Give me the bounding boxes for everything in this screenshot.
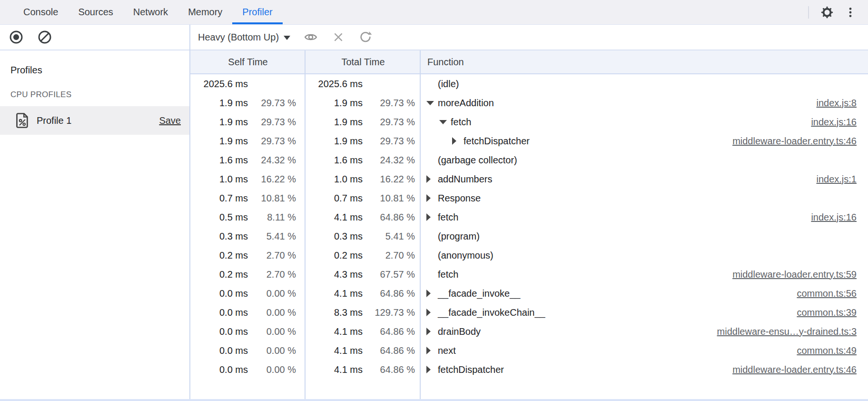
tab-network[interactable]: Network (123, 0, 178, 24)
self-time-percent: 0.00 % (248, 326, 301, 337)
table-row[interactable]: 0.0 ms 0.00 % 4.1 ms 64.86 % next common… (190, 341, 868, 360)
self-time-ms: 1.9 ms (190, 117, 248, 128)
tree-toggle[interactable] (452, 137, 464, 145)
total-time-ms: 1.9 ms (306, 136, 363, 147)
tree-toggle[interactable] (426, 328, 438, 335)
tree-toggle[interactable] (426, 347, 438, 354)
table-row[interactable]: 0.0 ms 0.00 % 4.1 ms 64.86 % drainBody m… (190, 322, 868, 341)
table-row[interactable]: 0.5 ms 8.11 % 4.1 ms 64.86 % fetch index… (190, 208, 868, 227)
self-time-cell: 0.2 ms 2.70 % (190, 250, 306, 261)
clear-profiles-button[interactable] (36, 29, 53, 46)
source-location-link[interactable]: index.js:1 (807, 174, 857, 185)
restore-all-functions-button[interactable] (358, 30, 373, 45)
total-time-percent: 29.73 % (363, 117, 416, 128)
tree-arrow-icon (426, 175, 431, 183)
tab-memory[interactable]: Memory (178, 0, 232, 24)
self-time-percent: 29.73 % (248, 98, 301, 109)
save-profile-link[interactable]: Save (159, 115, 181, 126)
source-location-link[interactable]: middleware-loader.entry.ts:46 (723, 364, 857, 375)
tree-toggle[interactable] (426, 366, 438, 373)
column-divider[interactable] (305, 50, 306, 399)
table-row[interactable]: 0.7 ms 10.81 % 0.7 ms 10.81 % Response (190, 189, 868, 208)
self-time-cell: 0.2 ms 2.70 % (190, 269, 306, 280)
tree-toggle[interactable] (426, 194, 438, 202)
table-row[interactable]: 0.3 ms 5.41 % 0.3 ms 5.41 % (program) (190, 227, 868, 246)
tree-toggle[interactable] (439, 120, 451, 124)
table-row[interactable]: 0.2 ms 2.70 % 0.2 ms 2.70 % (anonymous) (190, 246, 868, 265)
table-row[interactable]: 1.0 ms 16.22 % 1.0 ms 16.22 % addNumbers… (190, 170, 868, 189)
function-name: __facade_invoke__ (438, 288, 520, 299)
function-cell: __facade_invoke__ common.ts:56 (421, 288, 868, 299)
exclude-function-button[interactable] (331, 30, 345, 44)
function-cell: fetchDispatcher middleware-loader.entry.… (421, 136, 868, 147)
total-time-percent: 10.81 % (363, 193, 416, 204)
source-location-link[interactable]: index.js:16 (801, 117, 857, 128)
function-cell: (program) (421, 231, 868, 242)
table-row[interactable]: 1.9 ms 29.73 % 1.9 ms 29.73 % fetch inde… (190, 112, 868, 131)
total-time-percent: 129.73 % (363, 307, 416, 318)
self-time-percent: 0.00 % (248, 307, 301, 318)
table-row[interactable]: 1.6 ms 24.32 % 1.6 ms 24.32 % (garbage c… (190, 150, 868, 170)
settings-gear-icon[interactable] (819, 5, 835, 20)
total-time-ms: 2025.6 ms (306, 79, 363, 90)
table-row[interactable]: 0.0 ms 0.00 % 4.1 ms 64.86 % __facade_in… (190, 284, 868, 303)
table-row[interactable]: 0.0 ms 0.00 % 8.3 ms 129.73 % __facade_i… (190, 303, 868, 322)
total-time-cell: 8.3 ms 129.73 % (306, 307, 421, 318)
tree-toggle[interactable] (426, 101, 438, 105)
column-header-self-time[interactable]: Self Time (190, 57, 306, 68)
more-options-kebab-icon[interactable] (843, 5, 858, 20)
source-location-link[interactable]: middleware-ensu…y-drained.ts:3 (708, 326, 857, 337)
source-location-link[interactable]: index.js:8 (807, 98, 857, 109)
tab-console[interactable]: Console (13, 0, 68, 24)
clear-icon (37, 30, 52, 45)
tree-toggle[interactable] (426, 175, 438, 183)
tree-toggle[interactable] (426, 309, 438, 316)
source-location-link[interactable]: middleware-loader.entry.ts:46 (723, 136, 857, 147)
self-time-cell: 0.3 ms 5.41 % (190, 231, 306, 242)
tree-arrow-icon (439, 120, 447, 124)
column-header-function[interactable]: Function (421, 57, 868, 68)
column-divider[interactable] (420, 50, 421, 399)
tree-toggle[interactable] (426, 290, 438, 297)
source-location-link[interactable]: common.ts:56 (787, 288, 857, 299)
self-time-ms: 0.7 ms (190, 193, 248, 204)
self-time-cell: 0.0 ms 0.00 % (190, 345, 306, 356)
tree-arrow-icon (426, 213, 431, 221)
profile-list-item[interactable]: Profile 1 Save (0, 106, 189, 135)
table-row[interactable]: 1.9 ms 29.73 % 1.9 ms 29.73 % moreAdditi… (190, 93, 868, 112)
tabbar-right-controls (808, 0, 868, 24)
table-row[interactable]: 0.0 ms 0.00 % 4.1 ms 64.86 % fetchDispat… (190, 360, 868, 379)
table-row[interactable]: 0.2 ms 2.70 % 4.3 ms 67.57 % fetch middl… (190, 265, 868, 284)
source-location-link[interactable]: middleware-loader.entry.ts:59 (723, 269, 857, 280)
tab-profiler[interactable]: Profiler (232, 0, 282, 24)
total-time-percent: 67.57 % (363, 269, 416, 280)
table-row[interactable]: 1.9 ms 29.73 % 1.9 ms 29.73 % fetchDispa… (190, 131, 868, 150)
total-time-ms: 4.1 ms (306, 364, 363, 375)
source-location-link[interactable]: common.ts:49 (787, 345, 857, 356)
self-time-ms: 1.6 ms (190, 155, 248, 166)
function-name: fetch (438, 269, 458, 280)
total-time-percent: 2.70 % (363, 250, 416, 261)
function-name: fetchDispatcher (464, 136, 530, 147)
tab-label: Memory (188, 7, 222, 18)
total-time-percent: 64.86 % (363, 345, 416, 356)
table-row[interactable]: 2025.6 ms 2025.6 ms (idle) (190, 74, 868, 93)
table-header: Self Time Total Time Function (190, 50, 868, 74)
self-time-cell: 1.9 ms 29.73 % (190, 136, 306, 147)
function-name: Response (438, 193, 481, 204)
tab-sources[interactable]: Sources (68, 0, 123, 24)
eye-icon (304, 30, 318, 44)
tree-toggle[interactable] (426, 213, 438, 221)
source-location-link[interactable]: common.ts:39 (787, 307, 857, 318)
tree-arrow-icon (426, 347, 431, 354)
function-cell: fetch middleware-loader.entry.ts:59 (421, 269, 868, 280)
focus-function-button[interactable] (303, 29, 319, 45)
total-time-percent: 29.73 % (363, 98, 416, 109)
profile-view-select[interactable]: Heavy (Bottom Up) (198, 32, 290, 43)
self-time-ms: 0.0 ms (190, 345, 248, 356)
column-header-total-time[interactable]: Total Time (306, 57, 421, 68)
source-location-link[interactable]: index.js:16 (801, 212, 857, 223)
record-profile-button[interactable] (8, 29, 25, 46)
profile-document-icon (16, 113, 29, 128)
total-time-ms: 4.1 ms (306, 212, 363, 223)
